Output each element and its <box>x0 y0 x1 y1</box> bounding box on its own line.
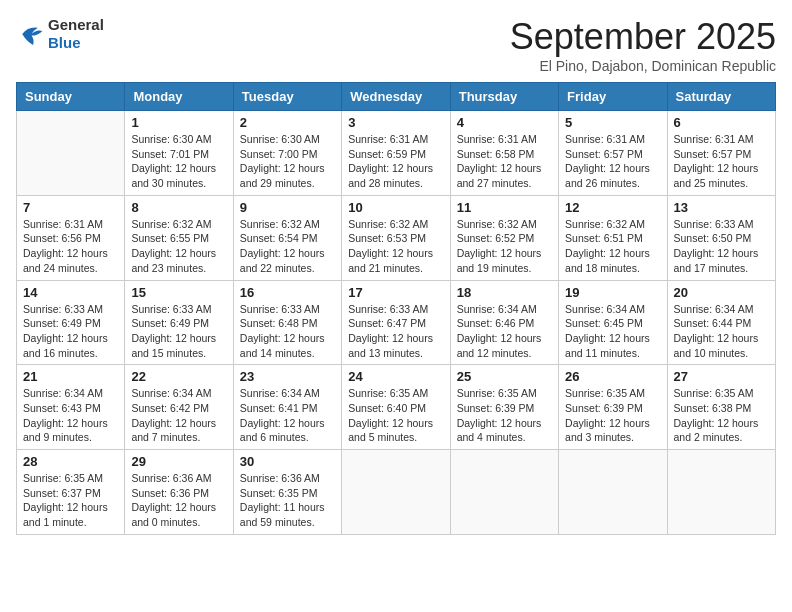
day-number: 19 <box>565 285 660 300</box>
day-info: Sunrise: 6:34 AM Sunset: 6:42 PM Dayligh… <box>131 386 226 445</box>
day-info: Sunrise: 6:35 AM Sunset: 6:39 PM Dayligh… <box>457 386 552 445</box>
day-info: Sunrise: 6:32 AM Sunset: 6:55 PM Dayligh… <box>131 217 226 276</box>
location-subtitle: El Pino, Dajabon, Dominican Republic <box>510 58 776 74</box>
weekday-header-saturday: Saturday <box>667 83 775 111</box>
day-info: Sunrise: 6:32 AM Sunset: 6:54 PM Dayligh… <box>240 217 335 276</box>
day-info: Sunrise: 6:35 AM Sunset: 6:40 PM Dayligh… <box>348 386 443 445</box>
calendar-cell: 28Sunrise: 6:35 AM Sunset: 6:37 PM Dayli… <box>17 450 125 535</box>
day-info: Sunrise: 6:32 AM Sunset: 6:53 PM Dayligh… <box>348 217 443 276</box>
calendar-cell: 6Sunrise: 6:31 AM Sunset: 6:57 PM Daylig… <box>667 111 775 196</box>
day-number: 4 <box>457 115 552 130</box>
day-number: 27 <box>674 369 769 384</box>
day-info: Sunrise: 6:34 AM Sunset: 6:41 PM Dayligh… <box>240 386 335 445</box>
month-title: September 2025 <box>510 16 776 58</box>
calendar-cell: 18Sunrise: 6:34 AM Sunset: 6:46 PM Dayli… <box>450 280 558 365</box>
calendar-cell: 25Sunrise: 6:35 AM Sunset: 6:39 PM Dayli… <box>450 365 558 450</box>
day-info: Sunrise: 6:33 AM Sunset: 6:48 PM Dayligh… <box>240 302 335 361</box>
weekday-header-wednesday: Wednesday <box>342 83 450 111</box>
day-info: Sunrise: 6:31 AM Sunset: 6:57 PM Dayligh… <box>674 132 769 191</box>
day-number: 17 <box>348 285 443 300</box>
day-number: 8 <box>131 200 226 215</box>
calendar-cell: 7Sunrise: 6:31 AM Sunset: 6:56 PM Daylig… <box>17 195 125 280</box>
day-number: 11 <box>457 200 552 215</box>
day-number: 7 <box>23 200 118 215</box>
day-info: Sunrise: 6:33 AM Sunset: 6:49 PM Dayligh… <box>131 302 226 361</box>
calendar-cell: 4Sunrise: 6:31 AM Sunset: 6:58 PM Daylig… <box>450 111 558 196</box>
title-block: September 2025 El Pino, Dajabon, Dominic… <box>510 16 776 74</box>
day-info: Sunrise: 6:33 AM Sunset: 6:49 PM Dayligh… <box>23 302 118 361</box>
logo-general-text: General <box>48 16 104 34</box>
calendar-cell: 10Sunrise: 6:32 AM Sunset: 6:53 PM Dayli… <box>342 195 450 280</box>
day-info: Sunrise: 6:34 AM Sunset: 6:43 PM Dayligh… <box>23 386 118 445</box>
day-number: 26 <box>565 369 660 384</box>
calendar-cell: 29Sunrise: 6:36 AM Sunset: 6:36 PM Dayli… <box>125 450 233 535</box>
calendar-cell: 14Sunrise: 6:33 AM Sunset: 6:49 PM Dayli… <box>17 280 125 365</box>
calendar-cell: 3Sunrise: 6:31 AM Sunset: 6:59 PM Daylig… <box>342 111 450 196</box>
weekday-header-tuesday: Tuesday <box>233 83 341 111</box>
calendar-cell: 5Sunrise: 6:31 AM Sunset: 6:57 PM Daylig… <box>559 111 667 196</box>
calendar-week-2: 7Sunrise: 6:31 AM Sunset: 6:56 PM Daylig… <box>17 195 776 280</box>
calendar-cell: 15Sunrise: 6:33 AM Sunset: 6:49 PM Dayli… <box>125 280 233 365</box>
day-info: Sunrise: 6:34 AM Sunset: 6:45 PM Dayligh… <box>565 302 660 361</box>
calendar-cell: 30Sunrise: 6:36 AM Sunset: 6:35 PM Dayli… <box>233 450 341 535</box>
day-info: Sunrise: 6:33 AM Sunset: 6:47 PM Dayligh… <box>348 302 443 361</box>
day-info: Sunrise: 6:35 AM Sunset: 6:39 PM Dayligh… <box>565 386 660 445</box>
day-info: Sunrise: 6:33 AM Sunset: 6:50 PM Dayligh… <box>674 217 769 276</box>
day-info: Sunrise: 6:31 AM Sunset: 6:57 PM Dayligh… <box>565 132 660 191</box>
day-info: Sunrise: 6:36 AM Sunset: 6:36 PM Dayligh… <box>131 471 226 530</box>
day-number: 18 <box>457 285 552 300</box>
day-number: 3 <box>348 115 443 130</box>
day-number: 1 <box>131 115 226 130</box>
logo-blue-text: Blue <box>48 34 104 52</box>
day-number: 28 <box>23 454 118 469</box>
weekday-header-friday: Friday <box>559 83 667 111</box>
day-info: Sunrise: 6:34 AM Sunset: 6:46 PM Dayligh… <box>457 302 552 361</box>
day-number: 13 <box>674 200 769 215</box>
weekday-header-sunday: Sunday <box>17 83 125 111</box>
calendar-cell: 11Sunrise: 6:32 AM Sunset: 6:52 PM Dayli… <box>450 195 558 280</box>
day-info: Sunrise: 6:30 AM Sunset: 7:00 PM Dayligh… <box>240 132 335 191</box>
day-number: 10 <box>348 200 443 215</box>
calendar-cell: 13Sunrise: 6:33 AM Sunset: 6:50 PM Dayli… <box>667 195 775 280</box>
calendar-cell: 2Sunrise: 6:30 AM Sunset: 7:00 PM Daylig… <box>233 111 341 196</box>
day-number: 30 <box>240 454 335 469</box>
day-number: 14 <box>23 285 118 300</box>
day-number: 21 <box>23 369 118 384</box>
calendar-cell: 27Sunrise: 6:35 AM Sunset: 6:38 PM Dayli… <box>667 365 775 450</box>
day-number: 6 <box>674 115 769 130</box>
calendar-week-4: 21Sunrise: 6:34 AM Sunset: 6:43 PM Dayli… <box>17 365 776 450</box>
day-info: Sunrise: 6:32 AM Sunset: 6:52 PM Dayligh… <box>457 217 552 276</box>
day-info: Sunrise: 6:35 AM Sunset: 6:38 PM Dayligh… <box>674 386 769 445</box>
calendar-cell: 12Sunrise: 6:32 AM Sunset: 6:51 PM Dayli… <box>559 195 667 280</box>
day-number: 22 <box>131 369 226 384</box>
calendar-cell: 20Sunrise: 6:34 AM Sunset: 6:44 PM Dayli… <box>667 280 775 365</box>
day-number: 25 <box>457 369 552 384</box>
page-header: General Blue September 2025 El Pino, Daj… <box>16 16 776 74</box>
day-number: 12 <box>565 200 660 215</box>
calendar-cell: 23Sunrise: 6:34 AM Sunset: 6:41 PM Dayli… <box>233 365 341 450</box>
logo-bird-icon <box>16 20 44 48</box>
day-info: Sunrise: 6:34 AM Sunset: 6:44 PM Dayligh… <box>674 302 769 361</box>
calendar-cell <box>450 450 558 535</box>
calendar-cell <box>667 450 775 535</box>
day-number: 20 <box>674 285 769 300</box>
logo: General Blue <box>16 16 104 52</box>
calendar-cell <box>559 450 667 535</box>
calendar-week-3: 14Sunrise: 6:33 AM Sunset: 6:49 PM Dayli… <box>17 280 776 365</box>
calendar-cell: 8Sunrise: 6:32 AM Sunset: 6:55 PM Daylig… <box>125 195 233 280</box>
calendar-cell <box>17 111 125 196</box>
calendar-cell: 22Sunrise: 6:34 AM Sunset: 6:42 PM Dayli… <box>125 365 233 450</box>
calendar-week-1: 1Sunrise: 6:30 AM Sunset: 7:01 PM Daylig… <box>17 111 776 196</box>
day-number: 15 <box>131 285 226 300</box>
day-number: 29 <box>131 454 226 469</box>
weekday-header-row: SundayMondayTuesdayWednesdayThursdayFrid… <box>17 83 776 111</box>
day-number: 9 <box>240 200 335 215</box>
weekday-header-thursday: Thursday <box>450 83 558 111</box>
day-info: Sunrise: 6:31 AM Sunset: 6:58 PM Dayligh… <box>457 132 552 191</box>
calendar-cell <box>342 450 450 535</box>
weekday-header-monday: Monday <box>125 83 233 111</box>
day-number: 2 <box>240 115 335 130</box>
day-info: Sunrise: 6:30 AM Sunset: 7:01 PM Dayligh… <box>131 132 226 191</box>
calendar-table: SundayMondayTuesdayWednesdayThursdayFrid… <box>16 82 776 535</box>
day-info: Sunrise: 6:36 AM Sunset: 6:35 PM Dayligh… <box>240 471 335 530</box>
